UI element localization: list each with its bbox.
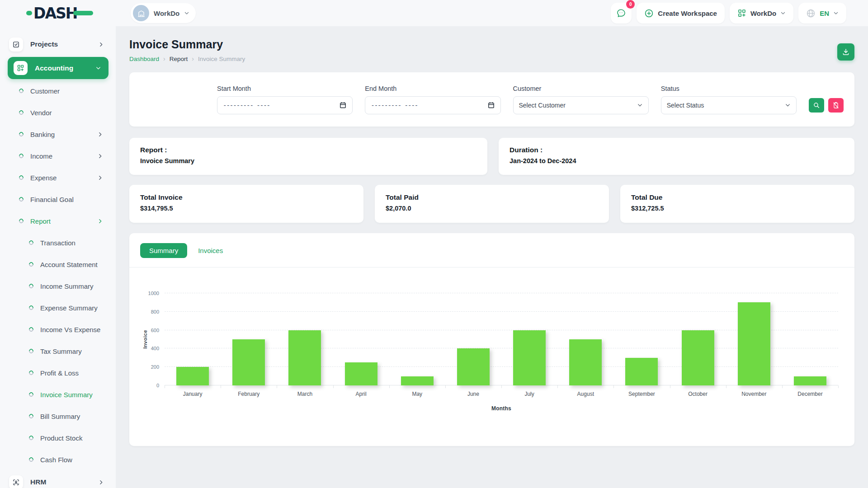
chevron-right-icon	[98, 42, 104, 47]
sidebar-item-financial-goal[interactable]: Financial Goal	[0, 188, 116, 210]
chart-bar-slot	[333, 293, 389, 385]
chart-y-axis-title: Invoice	[142, 330, 148, 349]
chart-x-tick	[726, 385, 726, 388]
create-workspace-button[interactable]: Create Workspace	[637, 3, 725, 23]
chart-x-tick	[838, 385, 839, 388]
page-header: Invoice Summary Dashboard › Report › Inv…	[129, 38, 854, 62]
clipboard-slash-icon	[832, 102, 840, 109]
end-month-input[interactable]	[371, 102, 487, 109]
chevron-right-icon	[97, 175, 103, 181]
sidebar-item-income[interactable]: Income	[0, 145, 116, 167]
sidebar-item-tax-summary[interactable]: Tax Summary	[0, 340, 116, 362]
customer-select[interactable]: Select Customer	[513, 96, 649, 114]
chart-bar-september	[625, 358, 658, 385]
sidebar-item-accounting[interactable]: Accounting	[8, 57, 108, 79]
sidebar-item-report[interactable]: Report	[0, 210, 116, 232]
start-month-label: Start Month	[217, 85, 353, 92]
total-paid-label: Total Paid	[386, 193, 598, 202]
messages-button[interactable]: 0	[611, 3, 632, 23]
reset-filter-button[interactable]	[828, 98, 844, 113]
sidebar-item-label: Banking	[30, 131, 55, 138]
chart-y-tick-label: 0	[156, 383, 159, 388]
chart-x-tick	[445, 385, 446, 388]
chevron-right-icon	[97, 218, 103, 224]
sidebar-item-invoice-summary[interactable]: Invoice Summary	[0, 384, 116, 405]
chart-x-tick	[613, 385, 614, 388]
sidebar-item-label: Tax Summary	[40, 347, 82, 355]
bullet-icon	[18, 174, 24, 181]
chart-month-label: December	[782, 391, 838, 397]
total-invoice-label: Total Invoice	[140, 193, 353, 202]
chevron-down-icon	[780, 10, 786, 16]
download-button[interactable]	[837, 43, 854, 61]
bullet-icon	[18, 109, 24, 116]
sidebar-item-income-vs-expense[interactable]: Income Vs Expense	[0, 319, 116, 340]
download-icon	[842, 48, 850, 56]
chart-x-tick	[670, 385, 670, 388]
chart-x-tick	[165, 385, 165, 388]
chart-x-tick	[277, 385, 277, 388]
chevron-right-icon	[98, 479, 104, 485]
sidebar-item-bill-summary[interactable]: Bill Summary	[0, 405, 116, 427]
chart-x-tick	[557, 385, 558, 388]
chart-bar-august	[569, 339, 602, 385]
bullet-icon	[28, 239, 34, 246]
breadcrumb-dashboard[interactable]: Dashboard	[129, 56, 159, 62]
bullet-icon	[18, 196, 24, 202]
status-select-value: Select Status	[667, 102, 704, 109]
workdo-apps-menu[interactable]: WorkDo	[730, 3, 793, 23]
end-month-control	[365, 96, 500, 114]
grid-plus-icon	[737, 9, 746, 18]
chevron-down-icon	[785, 102, 791, 108]
sidebar-item-account-statement[interactable]: Account Statement	[0, 253, 116, 275]
checkbox-icon	[9, 38, 23, 52]
sidebar-item-transaction[interactable]: Transaction	[0, 232, 116, 253]
duration-card-label: Duration :	[509, 146, 844, 154]
status-select[interactable]: Select Status	[661, 96, 797, 114]
totals-row: Total Invoice $314,795.5 Total Paid $2,0…	[129, 185, 854, 223]
sidebar-item-expense-summary[interactable]: Expense Summary	[0, 297, 116, 319]
calendar-icon	[487, 101, 495, 109]
chart-x-tick	[389, 385, 390, 388]
app-logo[interactable]: DASH	[26, 6, 93, 21]
invoice-bar-chart: Invoice 02004006008001000	[165, 293, 838, 385]
sidebar-item-profit-loss[interactable]: Profit & Loss	[0, 362, 116, 384]
sidebar-item-income-summary[interactable]: Income Summary	[0, 275, 116, 297]
chart-month-label: February	[221, 391, 277, 397]
chart-y-tick-label: 200	[151, 364, 159, 370]
sidebar-item-projects[interactable]: Projects	[0, 33, 116, 56]
chart-month-label: March	[277, 391, 333, 397]
chart-bar-july	[513, 330, 546, 385]
sidebar-item-product-stock[interactable]: Product Stock	[0, 427, 116, 449]
workspace-name: WorkDo	[154, 9, 179, 17]
sidebar-item-expense[interactable]: Expense	[0, 167, 116, 188]
sidebar-item-customer[interactable]: Customer	[0, 80, 116, 102]
chart-bar-june	[457, 348, 490, 385]
header-actions: 0 Create Workspace WorkDo EN	[611, 3, 846, 23]
total-due-card: Total Due $312,725.5	[620, 185, 854, 223]
sidebar-item-vendor[interactable]: Vendor	[0, 102, 116, 123]
chart-bar-march	[288, 330, 321, 385]
tab-invoices[interactable]: Invoices	[193, 243, 228, 258]
sidebar-item-hrm[interactable]: HRM	[0, 470, 116, 488]
breadcrumb-current: Invoice Summary	[198, 56, 245, 62]
sidebar-item-cash-flow[interactable]: Cash Flow	[0, 449, 116, 470]
breadcrumb-report[interactable]: Report	[170, 56, 188, 62]
search-button[interactable]	[809, 98, 824, 113]
chart-x-tick	[333, 385, 334, 388]
language-selector[interactable]: EN	[798, 3, 846, 23]
tab-summary[interactable]: Summary	[140, 243, 187, 258]
chart-bar-november	[738, 302, 770, 385]
chevron-down-icon	[833, 10, 839, 16]
sidebar-item-banking[interactable]: Banking	[0, 123, 116, 145]
start-month-input[interactable]	[223, 102, 339, 109]
total-invoice-value: $314,795.5	[140, 205, 353, 212]
create-workspace-label: Create Workspace	[658, 9, 717, 17]
bullet-icon	[18, 88, 24, 94]
chat-icon	[616, 8, 626, 18]
workspace-switcher[interactable]: WorkDo	[131, 3, 196, 23]
chart-month-label: November	[726, 391, 782, 397]
sidebar-item-label: Cash Flow	[40, 456, 72, 464]
sidebar-item-label: Income Summary	[40, 282, 94, 290]
globe-icon	[806, 9, 816, 18]
